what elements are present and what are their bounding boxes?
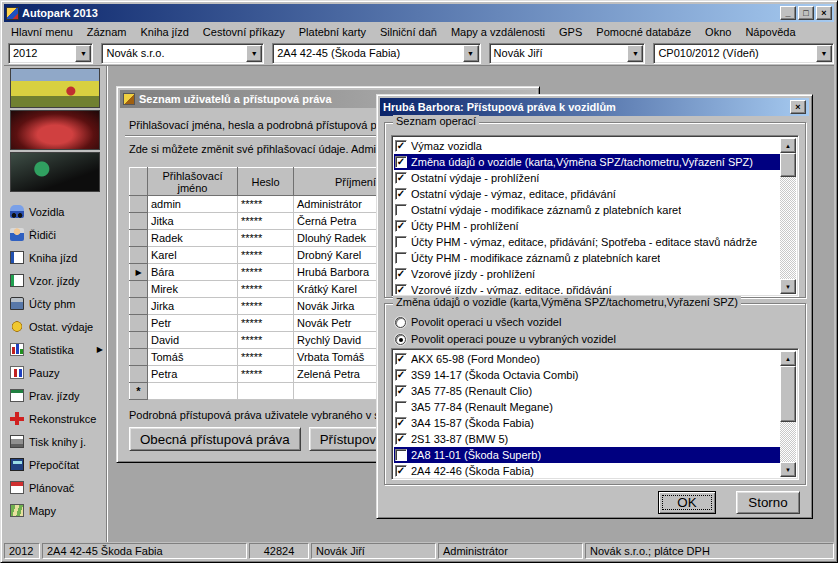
dropdown-arrow-icon[interactable]: ▼: [75, 45, 91, 62]
vehicle-item[interactable]: ✓3A4 15-87 (Škoda Fabia): [394, 415, 780, 431]
sidebar-item-planovac[interactable]: Plánovač: [4, 476, 106, 499]
checkbox-icon[interactable]: ✓: [395, 465, 407, 477]
password-cell[interactable]: [238, 383, 294, 400]
column-header[interactable]: Přihlašovací jméno: [148, 168, 238, 196]
operations-scrollbar[interactable]: ▲ ▼: [780, 138, 796, 294]
scrollbar-thumb[interactable]: [780, 366, 796, 422]
vehicle-item[interactable]: ✓2A4 42-46 (Škoda Fabia): [394, 463, 780, 477]
checkbox-icon[interactable]: [395, 236, 407, 248]
login-cell[interactable]: admin: [148, 196, 238, 213]
sidebar-item-statistika[interactable]: Statistika▶: [4, 338, 106, 361]
password-cell[interactable]: *****: [238, 298, 294, 315]
row-selector[interactable]: [130, 332, 148, 349]
trip-combo[interactable]: CP010/2012 (Vídeň) ▼: [653, 43, 834, 64]
sidebar-item-ucty[interactable]: Účty phm: [4, 292, 106, 315]
driver-combo[interactable]: Novák Jiří ▼: [489, 43, 646, 64]
row-selector[interactable]: [130, 247, 148, 264]
ok-button[interactable]: OK: [658, 491, 716, 514]
checkbox-icon[interactable]: ✓: [395, 385, 407, 397]
login-cell[interactable]: Jirka: [148, 298, 238, 315]
sidebar-item-pauzy[interactable]: Pauzy: [4, 361, 106, 384]
login-cell[interactable]: Bára: [148, 264, 238, 281]
row-selector[interactable]: [130, 366, 148, 383]
login-cell[interactable]: David: [148, 332, 238, 349]
login-cell[interactable]: Mirek: [148, 281, 238, 298]
maximize-icon[interactable]: □: [798, 6, 814, 20]
general-rights-button[interactable]: Obecná přístupová práva: [129, 427, 301, 451]
password-cell[interactable]: *****: [238, 247, 294, 264]
menu-item[interactable]: Platební karty: [292, 24, 373, 40]
operation-item[interactable]: ✓Vzorové jízdy - výmaz, editace, přidává…: [394, 282, 780, 294]
menu-item[interactable]: Nápověda: [738, 24, 802, 40]
scroll-down-icon[interactable]: ▼: [780, 462, 796, 477]
sidebar-item-tisk[interactable]: Tisk knihy j.: [4, 430, 106, 453]
sidebar-item-vzor[interactable]: Vzor. jízdy: [4, 269, 106, 292]
password-cell[interactable]: *****: [238, 332, 294, 349]
operation-item[interactable]: ✓Účty PHM - prohlížení: [394, 218, 780, 234]
menu-item[interactable]: Mapy a vzdálenosti: [444, 24, 552, 40]
row-selector[interactable]: [130, 230, 148, 247]
operation-item[interactable]: Účty PHM - modifikace záznamů z platební…: [394, 250, 780, 266]
sidebar-item-ostat[interactable]: Ostat. výdaje: [4, 315, 106, 338]
operation-item[interactable]: ✓Výmaz vozidla: [394, 138, 780, 154]
operation-item[interactable]: ✓Ostatní výdaje - výmaz, editace, přidáv…: [394, 186, 780, 202]
row-selector[interactable]: ▶: [130, 264, 148, 281]
dropdown-arrow-icon[interactable]: ▼: [627, 45, 643, 62]
dropdown-arrow-icon[interactable]: ▼: [463, 45, 479, 62]
row-selector[interactable]: [130, 281, 148, 298]
vehicle-item[interactable]: ✓AKX 65-98 (Ford Mondeo): [394, 351, 780, 367]
login-cell[interactable]: Radek: [148, 230, 238, 247]
row-selector[interactable]: [130, 315, 148, 332]
operation-item[interactable]: ✓Vzorové jízdy - prohlížení: [394, 266, 780, 282]
scrollbar-thumb[interactable]: [780, 153, 796, 177]
scroll-up-icon[interactable]: ▲: [780, 138, 796, 153]
password-cell[interactable]: *****: [238, 264, 294, 281]
password-cell[interactable]: *****: [238, 366, 294, 383]
sidebar-item-prepocitat[interactable]: Přepočítat: [4, 453, 106, 476]
dropdown-arrow-icon[interactable]: ▼: [246, 45, 262, 62]
company-combo[interactable]: Novák s.r.o. ▼: [101, 43, 264, 64]
checkbox-icon[interactable]: ✓: [395, 369, 407, 381]
login-cell[interactable]: Petr: [148, 315, 238, 332]
sidebar-item-prav[interactable]: Prav. jízdy: [4, 384, 106, 407]
checkbox-icon[interactable]: ✓: [395, 353, 407, 365]
menu-item[interactable]: GPS: [552, 24, 589, 40]
radio-selected-vehicles[interactable]: Povolit operaci pouze u vybraných vozide…: [395, 333, 616, 345]
sidebar-item-ridici[interactable]: Řidiči: [4, 223, 106, 246]
operation-item[interactable]: ✓Ostatní výdaje - prohlížení: [394, 170, 780, 186]
menu-item[interactable]: Kniha jízd: [134, 24, 196, 40]
vehicle-item[interactable]: ✓3S9 14-17 (Škoda Octavia Combi): [394, 367, 780, 383]
dialog-titlebar[interactable]: Hrubá Barbora: Přístupová práva k vozidl…: [380, 98, 809, 116]
checkbox-icon[interactable]: [395, 204, 407, 216]
operation-item[interactable]: Ostatní výdaje - modifikace záznamů z pl…: [394, 202, 780, 218]
minimize-icon[interactable]: _: [780, 6, 796, 20]
sidebar-item-vozidla[interactable]: Vozidla: [4, 200, 106, 223]
app-titlebar[interactable]: Autopark 2013 _ □ ×: [4, 4, 834, 22]
dropdown-arrow-icon[interactable]: ▼: [816, 45, 832, 62]
login-cell[interactable]: [148, 383, 238, 400]
checkbox-icon[interactable]: ✓: [395, 220, 407, 232]
sidebar-item-rekonstrukce[interactable]: Rekonstrukce: [4, 407, 106, 430]
login-cell[interactable]: Petra: [148, 366, 238, 383]
menu-item[interactable]: Okno: [698, 24, 738, 40]
checkbox-icon[interactable]: [395, 449, 407, 461]
radio-all-vehicles[interactable]: Povolit operaci u všech vozidel: [395, 316, 561, 328]
sidebar-item-kniha[interactable]: Kniha jízd: [4, 246, 106, 269]
checkbox-icon[interactable]: ✓: [395, 268, 407, 280]
operation-item[interactable]: ✓Změna údajů o vozidle (karta,Výměna SPZ…: [394, 154, 780, 170]
vehicle-combo[interactable]: 2A4 42-45 (Škoda Fabia) ▼: [272, 43, 480, 64]
password-cell[interactable]: *****: [238, 315, 294, 332]
menu-item[interactable]: Silniční daň: [373, 24, 444, 40]
checkbox-icon[interactable]: ✓: [395, 433, 407, 445]
cancel-button[interactable]: Storno: [736, 491, 800, 514]
menu-item[interactable]: Záznam: [80, 24, 134, 40]
menu-item[interactable]: Pomocné databáze: [589, 24, 698, 40]
sidebar-item-mapy[interactable]: Mapy: [4, 499, 106, 522]
scroll-down-icon[interactable]: ▼: [780, 279, 796, 294]
dialog-close-icon[interactable]: ×: [790, 100, 806, 114]
menu-item[interactable]: Cestovní příkazy: [196, 24, 292, 40]
vehicle-item[interactable]: ✓2S1 33-87 (BMW 5): [394, 431, 780, 447]
menu-item[interactable]: Hlavní menu: [4, 24, 80, 40]
checkbox-icon[interactable]: ✓: [395, 140, 407, 152]
row-selector[interactable]: [130, 196, 148, 213]
